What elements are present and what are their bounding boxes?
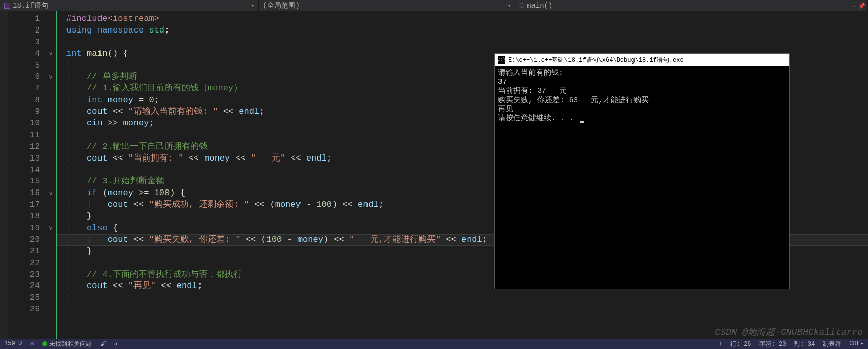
line-number-gutter: 123 456 789 101112 131415 161718 192021 … bbox=[8, 11, 46, 339]
scope-tab[interactable]: (全局范围) ▾ bbox=[259, 0, 515, 11]
chevron-down-icon[interactable]: ▾ bbox=[251, 3, 254, 9]
flame-icon: ❄ bbox=[30, 340, 34, 348]
status-divider: ❄ bbox=[26, 339, 38, 349]
fold-toggle-icon[interactable]: v bbox=[46, 187, 56, 199]
fold-toggle-icon[interactable]: v bbox=[46, 223, 56, 234]
add-icon[interactable]: ＋ bbox=[851, 2, 857, 10]
breadcrumb-bar: 18.if语句 ▾ (全局范围) ▾ ⬡ main() ▾ ＋ 📌 bbox=[0, 0, 868, 11]
pin-icon[interactable]: 📌 bbox=[858, 3, 865, 9]
issues-indicator[interactable]: 未找到相关问题 bbox=[38, 339, 96, 349]
up-arrow-icon[interactable]: ↑ bbox=[715, 339, 726, 349]
send-icon[interactable]: ✈ bbox=[110, 339, 122, 349]
function-label: main() bbox=[527, 2, 552, 10]
console-output: 请输入当前有的钱: 37 当前拥有: 37 元 购买失败, 你还差: 63 元,… bbox=[495, 66, 789, 125]
tab-actions: ＋ 📌 bbox=[851, 0, 865, 11]
ok-circle-icon bbox=[42, 341, 47, 346]
console-titlebar[interactable]: C:\ E:\c++\1.c++基础\18.if语句\x64\Debug\18.… bbox=[495, 54, 789, 66]
file-name: 18.if语句 bbox=[13, 1, 48, 10]
fold-toggle-icon[interactable]: v bbox=[46, 71, 56, 83]
char-indicator[interactable]: 字符: 20 bbox=[755, 339, 790, 349]
eol-mode[interactable]: CRLF bbox=[845, 339, 868, 349]
col-indicator[interactable]: 列: 34 bbox=[790, 339, 819, 349]
console-title: E:\c++\1.c++基础\18.if语句\x64\Debug\18.if语句… bbox=[508, 56, 684, 65]
console-window[interactable]: C:\ E:\c++\1.c++基础\18.if语句\x64\Debug\18.… bbox=[494, 53, 790, 289]
zoom-level[interactable]: 159 % bbox=[0, 339, 26, 349]
line-indicator[interactable]: 行: 26 bbox=[726, 339, 755, 349]
activity-strip bbox=[0, 11, 8, 339]
file-tab[interactable]: 18.if语句 ▾ bbox=[0, 0, 259, 11]
brush-icon[interactable]: 🖌 bbox=[96, 339, 110, 349]
scope-label: (全局范围) bbox=[263, 1, 300, 10]
status-bar: 159 % ❄ 未找到相关问题 🖌 ✈ ↑ 行: 26 字符: 20 列: 34… bbox=[0, 339, 868, 349]
console-icon: C:\ bbox=[498, 56, 505, 64]
cursor-icon bbox=[580, 121, 584, 123]
indent-mode[interactable]: 制表符 bbox=[819, 339, 845, 349]
cube-icon: ⬡ bbox=[519, 2, 524, 9]
chevron-down-icon[interactable]: ▾ bbox=[508, 3, 511, 9]
fold-column: v v v v bbox=[46, 11, 56, 339]
function-tab[interactable]: ⬡ main() ▾ bbox=[515, 0, 868, 11]
fold-toggle-icon[interactable]: v bbox=[46, 48, 56, 60]
cpp-file-icon bbox=[4, 3, 10, 9]
